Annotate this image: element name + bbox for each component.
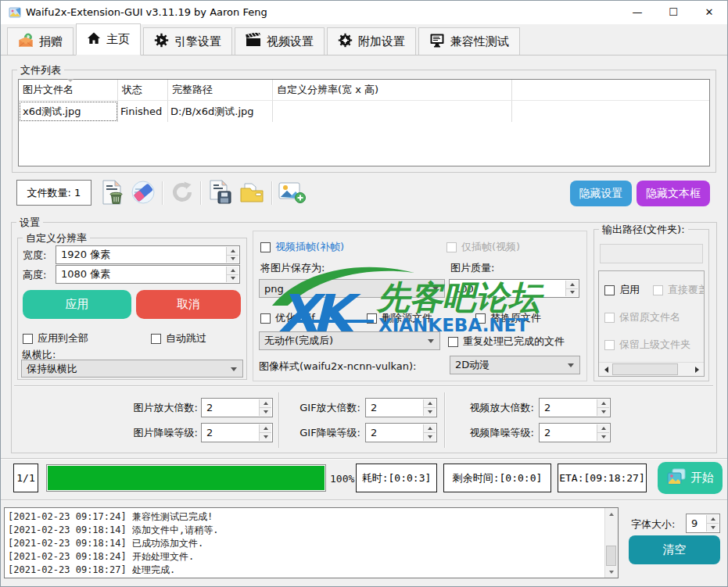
vertical-scrollbar[interactable] [604,508,618,578]
spinner-up-icon[interactable] [597,399,609,408]
spinner-up-icon[interactable] [707,515,719,524]
spinner-down-icon[interactable] [566,289,578,297]
minimize-button[interactable]: — [619,1,655,24]
cell-filename[interactable]: x6d测试.jpg [19,101,118,122]
tab-video-settings[interactable]: 视频设置 [235,27,325,55]
scrollbar-thumb[interactable] [606,546,616,566]
spinner-down-icon[interactable] [227,275,238,283]
clear-log-button[interactable]: 清空 [629,535,720,564]
tab-home[interactable]: 主页 [76,23,141,55]
spinner-up-icon[interactable] [566,281,578,289]
optimize-gif-checkbox[interactable]: 优化 .gif [260,311,315,325]
start-button[interactable]: 开始 [658,462,723,494]
column-header-custom-res[interactable]: 自定义分辨率(宽 x 高) [273,80,512,101]
spinner-down-icon[interactable] [424,408,436,416]
spinner-up-icon[interactable] [597,424,609,433]
spinner-down-icon[interactable] [597,433,609,441]
apply-all-checkbox[interactable]: 应用到全部 [23,331,88,345]
save-file-list-button[interactable] [206,179,235,207]
tab-additional-settings[interactable]: 附加设置 [327,27,416,55]
delete-source-checkbox[interactable]: 删除源文件 [367,311,432,325]
donate-icon [18,33,34,51]
cancel-button[interactable]: 取消 [136,290,241,319]
keep-parent-folder-checkbox[interactable]: 保留上级文件夹 [604,338,690,352]
column-header-empty [512,80,709,101]
scroll-left-icon[interactable] [599,363,612,376]
video-scale-stepper[interactable]: 2 [539,398,611,417]
replace-original-checkbox[interactable]: 替换原文件 [475,311,541,325]
toolbar-separator [162,181,163,205]
file-table[interactable]: 图片文件名 状态 完整路径 自定义分辨率(宽 x 高) x6d测试.jpg Fi… [18,79,710,166]
cell-custom-res[interactable] [273,101,512,122]
post-action-select[interactable]: 无动作(完成后) [259,331,440,350]
log-textbox[interactable]: [2021-02-23 09:17:24] 兼容性测试已完成! [2021-02… [4,507,619,578]
spinner-up-icon[interactable] [424,399,436,408]
maximize-button[interactable]: ☐ [655,1,691,24]
image-quality-stepper[interactable]: 100 [449,279,579,298]
spinner-down-icon[interactable] [260,433,271,441]
width-stepper[interactable]: 1920 像素 [56,245,240,264]
cell-status[interactable]: Finished [118,101,168,122]
hide-settings-button[interactable]: 隐藏设置 [570,181,632,206]
remove-file-button[interactable] [98,179,127,207]
scroll-right-icon[interactable] [690,363,704,376]
chevron-down-icon [432,287,439,294]
height-stepper[interactable]: 1080 像素 [56,265,240,284]
progress-bar [46,464,326,492]
image-style-select[interactable]: 2D动漫 [450,356,580,374]
spinner-up-icon[interactable] [227,267,238,275]
spinner-down-icon[interactable] [424,433,436,441]
clear-list-button[interactable] [128,179,158,207]
interpolation-only-checkbox[interactable]: 仅插帧(视频) [446,240,520,254]
horizontal-scrollbar[interactable] [599,362,704,376]
gif-denoise-stepper[interactable]: 2 [365,423,437,442]
file-list-group-label: 文件列表 [17,63,64,77]
aspect-ratio-select[interactable]: 保持纵横比 [21,360,243,378]
spinner-down-icon[interactable] [260,408,271,416]
table-row[interactable]: x6d测试.jpg Finished D:/B/x6d测试.jpg [19,101,709,122]
tab-engine-settings[interactable]: 引擎设置 [143,27,232,55]
video-denoise-stepper[interactable]: 2 [539,423,611,442]
scroll-down-icon[interactable] [605,566,618,578]
image-format-select[interactable]: png [259,279,445,298]
image-style-label: 图像样式(waifu2x-ncnn-vulkan): [259,360,416,374]
reprocess-finished-checkbox[interactable]: 重复处理已完成的文件 [448,335,565,349]
overwrite-checkbox[interactable]: 直接覆盖 [653,283,705,297]
refresh-button[interactable] [167,179,197,207]
tab-donate[interactable]: 捐赠 [7,27,74,55]
video-frame-interpolation-checkbox[interactable]: 视频插帧(补帧) [260,240,344,254]
scrollbar-thumb[interactable] [612,363,678,375]
scroll-up-icon[interactable] [605,508,618,520]
spinner-up-icon[interactable] [227,247,238,256]
log-line: [2021-02-23 09:18:14] 已成功添加文件. [5,537,618,550]
spinner-up-icon[interactable] [260,424,271,433]
tab-compatibility-test[interactable]: 兼容性测试 [418,27,520,55]
image-scale-stepper[interactable]: 2 [201,398,273,417]
open-folder-button[interactable] [237,179,267,207]
output-path-input[interactable] [600,244,703,263]
apply-button[interactable]: 应用 [23,290,131,319]
column-header-status[interactable]: 状态 [118,80,168,101]
spinner-down-icon[interactable] [597,408,609,416]
tab-bar: 捐赠 主页 引擎设置 视频设置 附加设置 兼容性测试 [1,24,727,55]
auto-skip-checkbox[interactable]: 自动跳过 [151,331,206,345]
gif-scale-stepper[interactable]: 2 [365,398,437,417]
spinner-down-icon[interactable] [707,524,719,532]
spinner-down-icon[interactable] [227,256,238,263]
keep-filename-checkbox[interactable]: 保留原文件名 [604,310,680,324]
output-path-group-label: 输出路径(文件夹): [599,223,688,237]
cell-path[interactable]: D:/B/x6d测试.jpg [168,101,273,122]
add-image-button[interactable] [277,179,307,207]
hide-textbox-button[interactable]: 隐藏文本框 [637,181,710,206]
progress-divider-bottom [1,499,728,501]
font-size-stepper[interactable]: 9 [686,514,720,533]
close-button[interactable]: ✕ [691,1,727,24]
image-denoise-stepper[interactable]: 2 [201,423,273,442]
image-quality-label: 图片质量: [450,261,494,275]
spinner-up-icon[interactable] [260,399,271,408]
spinner-up-icon[interactable] [424,424,436,433]
column-header-path[interactable]: 完整路径 [168,80,273,101]
width-label: 宽度: [23,249,46,263]
enable-output-path-checkbox[interactable]: 启用 [604,283,640,297]
image-denoise-label: 图片降噪等级: [115,426,198,440]
